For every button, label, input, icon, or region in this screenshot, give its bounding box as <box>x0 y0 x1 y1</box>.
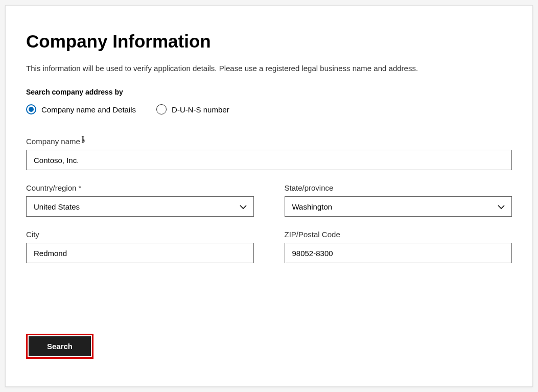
search-button[interactable]: Search <box>29 336 91 356</box>
country-region-label: Country/region * <box>26 183 254 192</box>
search-by-label: Search company address by <box>26 88 512 96</box>
state-province-select[interactable]: Washington <box>285 196 512 217</box>
radio-company-name-details[interactable]: Company name and Details <box>26 104 136 114</box>
radio-selected-icon <box>26 104 36 114</box>
zip-postal-label: ZIP/Postal Code <box>285 230 512 239</box>
company-name-label: Company name * <box>26 137 512 146</box>
state-province-label: State/province <box>285 183 512 192</box>
radio-unselected-icon <box>156 104 167 114</box>
page-title: Company Information <box>26 31 512 52</box>
country-region-value: United States <box>34 202 80 211</box>
country-region-select[interactable]: United States <box>26 196 254 217</box>
page-description: This information will be used to verify … <box>26 64 512 73</box>
state-province-value: Washington <box>292 202 333 211</box>
search-by-radio-group: Company name and Details D-U-N-S number <box>26 104 512 114</box>
company-name-input[interactable] <box>26 150 512 170</box>
zip-postal-input[interactable] <box>285 243 512 263</box>
radio-duns-label: D-U-N-S number <box>172 105 229 114</box>
radio-duns-number[interactable]: D-U-N-S number <box>156 104 229 114</box>
search-button-highlight: Search <box>26 334 93 359</box>
city-label: City <box>26 230 254 239</box>
radio-company-name-label: Company name and Details <box>41 105 136 114</box>
company-information-panel: Company Information This information wil… <box>5 5 533 387</box>
city-input[interactable] <box>26 243 254 263</box>
